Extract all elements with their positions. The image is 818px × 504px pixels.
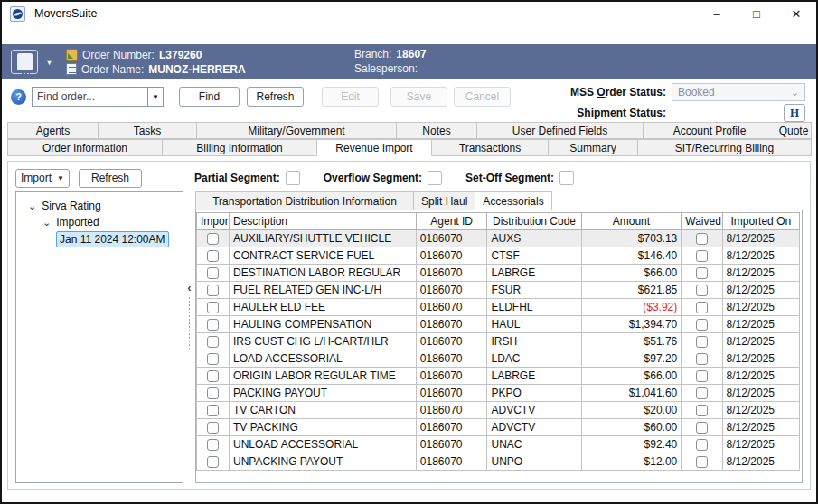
segment-checkbox[interactable] [428, 171, 442, 185]
tab[interactable]: Order Information [7, 139, 163, 156]
description-cell: UNLOAD ACCESSORIAL [230, 436, 417, 453]
waived-checkbox[interactable] [696, 422, 708, 434]
import-button[interactable]: Import ▼ [15, 169, 70, 188]
edit-button[interactable]: Edit [322, 87, 379, 107]
waived-checkbox[interactable] [696, 336, 708, 348]
table-row[interactable]: TV PACKING 0186070 ADVCTV $60.00 8/12/20… [197, 419, 800, 436]
column-header[interactable]: Amount [581, 213, 682, 230]
column-header[interactable]: Distribution Code [487, 213, 581, 230]
calculator-button[interactable] [11, 50, 38, 74]
table-row[interactable]: HAULER ELD FEE 0186070 ELDFHL ($3.92) 8/… [197, 299, 800, 316]
import-checkbox[interactable] [207, 405, 219, 416]
tab[interactable]: Notes [396, 122, 477, 139]
import-checkbox[interactable] [207, 233, 219, 245]
collapse-left-icon[interactable]: ‹ [188, 284, 192, 293]
minimize-button[interactable]: – [697, 2, 737, 25]
chevron-down-icon[interactable]: ⌄ [42, 218, 51, 227]
waived-checkbox[interactable] [696, 267, 708, 279]
column-header[interactable]: Agent ID [416, 213, 487, 230]
import-checkbox[interactable] [207, 387, 219, 399]
waived-checkbox[interactable] [696, 285, 708, 296]
waived-checkbox[interactable] [696, 439, 708, 451]
import-checkbox[interactable] [207, 456, 219, 468]
maximize-button[interactable]: □ [737, 2, 776, 25]
import-checkbox[interactable] [207, 267, 219, 279]
mss-order-status-select[interactable]: Booked ⌄ [672, 83, 805, 101]
waived-checkbox[interactable] [696, 370, 708, 382]
tree-item-imported[interactable]: ⌄ Imported [20, 214, 179, 230]
find-button[interactable]: Find [179, 87, 240, 107]
table-row[interactable]: CONTRACT SERVICE FUEL 0186070 CTSF $146.… [197, 247, 800, 265]
table-row[interactable]: UNLOAD ACCESSORIAL 0186070 UNAC $92.40 8… [197, 436, 800, 453]
column-header[interactable]: Import [197, 213, 230, 230]
waived-checkbox[interactable] [696, 456, 708, 468]
import-checkbox[interactable] [207, 319, 219, 331]
table-row[interactable]: LOAD ACCESSORIAL 0186070 LDAC $97.20 8/1… [197, 350, 800, 368]
waived-checkbox[interactable] [696, 233, 708, 245]
order-number-value: L379260 [159, 49, 202, 61]
tree-item-sirva-rating[interactable]: ⌄ Sirva Rating [20, 198, 179, 214]
import-checkbox[interactable] [207, 285, 219, 296]
tab[interactable]: Account Profile [643, 122, 776, 139]
tab[interactable]: Tasks [98, 122, 197, 139]
tab[interactable]: User Defined Fields [476, 122, 644, 139]
combo-dropdown-icon[interactable]: ▼ [147, 88, 163, 106]
splitter-grip[interactable] [188, 296, 191, 349]
waived-checkbox[interactable] [696, 319, 708, 331]
cancel-button[interactable]: Cancel [454, 87, 511, 107]
column-header[interactable]: Imported On [722, 213, 799, 230]
segment-checkbox[interactable] [286, 171, 300, 185]
waived-checkbox[interactable] [696, 302, 708, 313]
table-row[interactable]: FUEL RELATED GEN INC-L/H 0186070 FSUR $6… [197, 282, 800, 299]
find-order-input[interactable] [33, 88, 147, 106]
column-header[interactable]: Description [230, 213, 417, 230]
refresh-button[interactable]: Refresh [247, 87, 304, 107]
table-row[interactable]: IRS CUST CHG L/H-CART/HLR 0186070 IRSH $… [197, 333, 800, 350]
import-checkbox[interactable] [207, 370, 219, 382]
waived-checkbox[interactable] [696, 387, 708, 399]
imported-on-cell: 8/12/2025 [722, 316, 799, 333]
import-refresh-button[interactable]: Refresh [79, 169, 142, 188]
import-checkbox[interactable] [207, 336, 219, 348]
column-header[interactable]: Waived [682, 213, 722, 230]
amount-cell: $1,041.60 [581, 385, 682, 402]
tab[interactable]: Billing Information [162, 139, 317, 156]
tab[interactable]: Transportation Distribution Information [195, 191, 414, 210]
table-row[interactable]: TV CARTON 0186070 ADVCTV $20.00 8/12/202… [197, 402, 800, 419]
tab-row-2: Order InformationBilling InformationReve… [7, 139, 811, 156]
import-checkbox[interactable] [207, 422, 219, 434]
tab[interactable]: Transactions [431, 139, 549, 156]
table-row[interactable]: PACKING PAYOUT 0186070 PKPO $1,041.60 8/… [197, 385, 800, 402]
waived-checkbox[interactable] [696, 250, 708, 262]
tab[interactable]: Military/Government [196, 122, 397, 139]
tab[interactable]: Summary [548, 139, 638, 156]
tab[interactable]: Quote [776, 122, 812, 139]
tab[interactable]: Agents [7, 122, 99, 139]
tab[interactable]: Accessorials [475, 191, 551, 210]
import-checkbox[interactable] [207, 353, 219, 365]
history-button[interactable]: H [784, 104, 805, 122]
table-row[interactable]: DESTINATION LABOR REGULAR 0186070 LABRGE… [197, 265, 800, 282]
segment-checkbox[interactable] [559, 171, 574, 185]
distribution-code-cell: FSUR [487, 282, 581, 299]
import-checkbox[interactable] [207, 302, 219, 313]
chevron-down-icon[interactable]: ▼ [45, 58, 53, 67]
waived-checkbox[interactable] [696, 405, 708, 416]
tab[interactable]: Split Haul [413, 191, 475, 210]
table-row[interactable]: UNPACKING PAYOUT 0186070 UNPO $12.00 8/1… [197, 453, 800, 471]
tab[interactable]: SIT/Recurring Billing [637, 139, 812, 156]
chevron-down-icon[interactable]: ⌄ [28, 201, 36, 210]
amount-cell: $92.40 [581, 436, 682, 453]
table-row[interactable]: AUXILIARY/SHUTTLE VEHICLE 0186070 AUXS $… [197, 230, 800, 247]
table-row[interactable]: HAULING COMPENSATION 0186070 HAUL $1,394… [197, 316, 800, 333]
table-row[interactable]: ORIGIN LABOR REGULAR TIME 0186070 LABRGE… [197, 368, 800, 385]
panel-splitter[interactable]: ‹ [183, 191, 195, 483]
import-checkbox[interactable] [207, 439, 219, 451]
help-icon[interactable]: ? [11, 89, 26, 105]
import-checkbox[interactable] [207, 250, 219, 262]
waived-checkbox[interactable] [696, 353, 708, 365]
save-button[interactable]: Save [390, 87, 447, 107]
tab[interactable]: Revenue Import [316, 139, 432, 156]
close-button[interactable]: ✕ [776, 2, 816, 25]
tree-item-selected-date[interactable]: Jan 11 2024 12:00AM [56, 231, 169, 247]
